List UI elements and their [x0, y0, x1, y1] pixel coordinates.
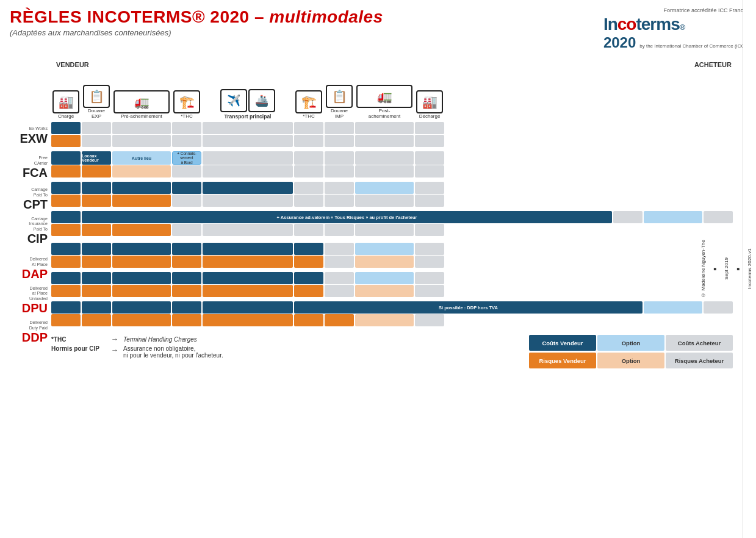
- fca-c2-locaux: Locaux Vendeur: [82, 151, 111, 165]
- fca-r2: [82, 165, 111, 178]
- exw-c8: [355, 122, 414, 134]
- col-thc2-label: *THC: [303, 113, 315, 120]
- cip-r1: [51, 224, 81, 236]
- col-decharge-icon: 🏭: [416, 90, 443, 113]
- label-dpu: Deliveredat PlaceUnloaded DPU: [10, 287, 51, 315]
- dpu-r9: [415, 285, 444, 297]
- main-layout: Ex-Works EXW FreeCArrier FCA CarriagePai…: [10, 56, 733, 368]
- dap-r1: [51, 256, 81, 268]
- fca-block: Locaux Vendeur Autre lieu + Connais-seme…: [51, 151, 733, 178]
- fca-c3-autre: Autre lieu: [112, 151, 171, 165]
- exw-r8: [355, 135, 414, 147]
- exw-c1: [51, 122, 81, 134]
- dap-c7: [325, 243, 354, 255]
- dap-risk-row: [51, 256, 733, 268]
- fca-r7: [325, 165, 354, 178]
- dpu-full: Deliveredat PlaceUnloaded: [29, 286, 48, 301]
- dap-c1: [51, 243, 81, 255]
- dpu-r4: [172, 285, 201, 297]
- grid-rows: Locaux Vendeur Autre lieu + Connais-seme…: [51, 122, 733, 329]
- cip-value-2: ni pour le vendeur, ni pour l'acheteur.: [123, 352, 223, 359]
- label-dap: DeliveredAt Place DAP: [10, 255, 51, 283]
- cpt-r7: [325, 195, 354, 207]
- title-rules: Règles Incoterms® 2020 –: [10, 7, 269, 26]
- col-post-ach-icon: 🚛: [356, 85, 412, 108]
- header-spacer: [10, 56, 51, 122]
- thc-arrow: →: [111, 335, 118, 343]
- dpu-r2: [82, 285, 111, 297]
- ddp-c1: [51, 301, 81, 314]
- logo-block: Formatrice accréditée ICC France Incoter…: [603, 7, 746, 51]
- exw-c7: [325, 122, 354, 134]
- exw-c5: [203, 122, 293, 134]
- cip-arrow: →: [111, 346, 118, 354]
- cpt-c4: [172, 182, 201, 194]
- cpt-r8: [355, 195, 414, 207]
- dap-r9: [415, 256, 444, 268]
- fca-c9: [415, 151, 444, 165]
- fca-cost-row: Locaux Vendeur Autre lieu + Connais-seme…: [51, 151, 733, 165]
- table-area: VENDEUR ACHETEUR 🏭 Chargé 📋 DouaneEXP: [51, 56, 733, 368]
- fca-c8: [355, 151, 414, 165]
- col-headers: VENDEUR ACHETEUR 🏭 Chargé 📋 DouaneEXP: [51, 56, 733, 122]
- exw-risk-row: [51, 135, 733, 147]
- header-subtitle: (Adaptées aux marchandises conteneurisée…: [10, 28, 383, 37]
- fca-r1: [51, 165, 81, 178]
- ddp-r6: [294, 314, 323, 326]
- col-douane-imp-label: DouaneIMP: [331, 108, 348, 120]
- title-block: Règles Incoterms® 2020 – multimodales (A…: [10, 7, 383, 37]
- logo-in: In: [603, 15, 617, 34]
- dpu-c7: [325, 272, 354, 284]
- thc-value: Terminal Handling Charges: [123, 336, 197, 343]
- col-transport-icons: ✈️ 🚢: [220, 89, 275, 112]
- col-douane-exp: 📋 DouaneEXP: [82, 85, 111, 120]
- cip-c9: [704, 211, 733, 223]
- exw-full: Ex-Works: [29, 126, 48, 131]
- col-post-ach-label: Post-acheminement: [369, 108, 400, 120]
- dap-c5: [203, 243, 293, 255]
- fca-c5: [203, 151, 293, 165]
- col-decharge: 🏭 Déchargé: [415, 90, 444, 120]
- cpt-code: CPT: [23, 198, 48, 212]
- cip-special-label: + Assurance ad-valorem « Tous Risques » …: [82, 211, 612, 223]
- exw-c9: [415, 122, 444, 134]
- ddp-c3: [112, 301, 171, 314]
- label-cpt: CarriagePaid To CPT: [10, 185, 51, 213]
- ddp-c2: [82, 301, 111, 314]
- footer: *THC → Terminal Handling Charges Hormis …: [51, 335, 733, 368]
- dap-c3: [112, 243, 171, 255]
- dap-r3: [112, 256, 171, 268]
- exw-r6: [294, 135, 323, 147]
- legend-option-2: Option: [597, 353, 664, 368]
- ddp-code: DDP: [22, 331, 48, 345]
- fca-r4: [172, 165, 201, 178]
- logo-terms: terms: [636, 15, 679, 34]
- col-post-ach: 🚛 Post-acheminement: [355, 85, 414, 120]
- col-pre-ach-label: Pré-acheminement: [121, 113, 162, 120]
- ddp-r9: [415, 314, 444, 326]
- col-transport-label: Transport principal: [225, 113, 272, 120]
- fca-code: FCA: [23, 166, 48, 180]
- dpu-c4: [172, 272, 201, 284]
- footer-left: *THC → Terminal Handling Charges Hormis …: [51, 335, 519, 368]
- cip-line: Hormis pour CIP → Assurance non obligato…: [51, 345, 519, 359]
- dap-r8: [355, 256, 414, 268]
- cpt-c9: [415, 182, 444, 194]
- dpu-c5: [203, 272, 293, 284]
- col-douane-imp-icon: 📋: [326, 85, 353, 108]
- logo-co: co: [617, 15, 636, 34]
- cpt-c7: [325, 182, 354, 194]
- cip-full: CarriageInsurancePaid To: [29, 217, 48, 232]
- legend-row-2: Risques Vendeur Option Risques Acheteur: [529, 353, 733, 368]
- fca-r9: [415, 165, 444, 178]
- cpt-r5: [203, 195, 293, 207]
- ddp-full: DeliveredDuty Paid: [29, 320, 48, 331]
- logo-year-row: 2020 by the International Chamber of Com…: [603, 34, 746, 51]
- ddp-risk-row: [51, 314, 733, 326]
- col-douane-exp-label: DouaneEXP: [88, 108, 105, 120]
- dap-r7: [325, 256, 354, 268]
- col-thc2-icon: 🏗️: [295, 90, 322, 113]
- fca-r5: [203, 165, 293, 178]
- exw-block: [51, 122, 733, 147]
- dap-r4: [172, 256, 201, 268]
